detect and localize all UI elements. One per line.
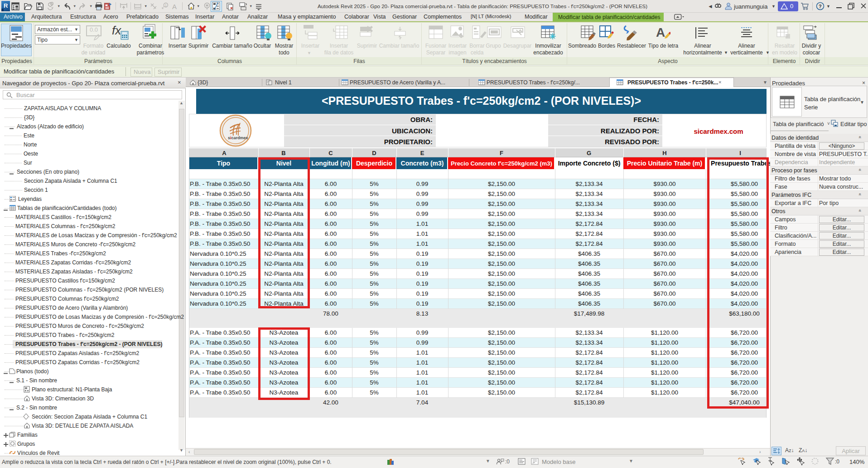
svg-text:sicardmex: sicardmex [228,136,248,140]
svg-text:A: A [656,25,665,39]
svg-text:1: 1 [165,4,167,7]
svg-text:?: ? [819,4,822,9]
